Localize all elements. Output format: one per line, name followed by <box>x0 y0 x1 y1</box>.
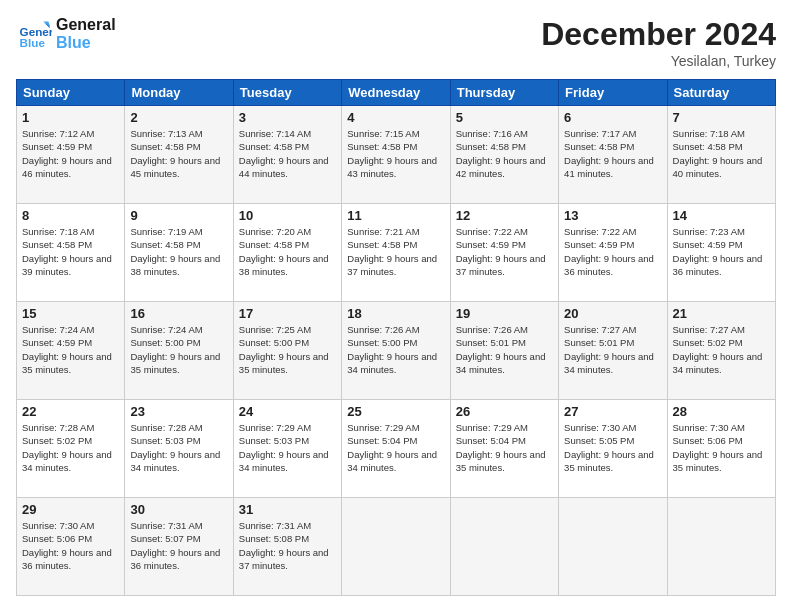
calendar-cell: 8Sunrise: 7:18 AMSunset: 4:58 PMDaylight… <box>17 204 125 302</box>
calendar-cell <box>450 498 558 596</box>
day-info: Sunrise: 7:25 AMSunset: 5:00 PMDaylight:… <box>239 324 329 375</box>
calendar-cell: 31Sunrise: 7:31 AMSunset: 5:08 PMDayligh… <box>233 498 341 596</box>
calendar-row-4: 29Sunrise: 7:30 AMSunset: 5:06 PMDayligh… <box>17 498 776 596</box>
day-number: 24 <box>239 404 336 419</box>
day-number: 5 <box>456 110 553 125</box>
day-number: 20 <box>564 306 661 321</box>
calendar-cell: 1Sunrise: 7:12 AMSunset: 4:59 PMDaylight… <box>17 106 125 204</box>
calendar-cell: 2Sunrise: 7:13 AMSunset: 4:58 PMDaylight… <box>125 106 233 204</box>
day-number: 1 <box>22 110 119 125</box>
calendar-cell: 6Sunrise: 7:17 AMSunset: 4:58 PMDaylight… <box>559 106 667 204</box>
calendar-cell: 4Sunrise: 7:15 AMSunset: 4:58 PMDaylight… <box>342 106 450 204</box>
day-info: Sunrise: 7:29 AMSunset: 5:04 PMDaylight:… <box>456 422 546 473</box>
day-number: 2 <box>130 110 227 125</box>
calendar-row-2: 15Sunrise: 7:24 AMSunset: 4:59 PMDayligh… <box>17 302 776 400</box>
day-number: 18 <box>347 306 444 321</box>
day-info: Sunrise: 7:14 AMSunset: 4:58 PMDaylight:… <box>239 128 329 179</box>
calendar-table: SundayMondayTuesdayWednesdayThursdayFrid… <box>16 79 776 596</box>
col-header-saturday: Saturday <box>667 80 775 106</box>
day-info: Sunrise: 7:28 AMSunset: 5:03 PMDaylight:… <box>130 422 220 473</box>
day-info: Sunrise: 7:27 AMSunset: 5:01 PMDaylight:… <box>564 324 654 375</box>
day-number: 16 <box>130 306 227 321</box>
day-info: Sunrise: 7:29 AMSunset: 5:03 PMDaylight:… <box>239 422 329 473</box>
day-info: Sunrise: 7:19 AMSunset: 4:58 PMDaylight:… <box>130 226 220 277</box>
day-info: Sunrise: 7:12 AMSunset: 4:59 PMDaylight:… <box>22 128 112 179</box>
day-info: Sunrise: 7:21 AMSunset: 4:58 PMDaylight:… <box>347 226 437 277</box>
logo-line2: Blue <box>56 34 116 52</box>
day-info: Sunrise: 7:29 AMSunset: 5:04 PMDaylight:… <box>347 422 437 473</box>
calendar-row-1: 8Sunrise: 7:18 AMSunset: 4:58 PMDaylight… <box>17 204 776 302</box>
day-info: Sunrise: 7:23 AMSunset: 4:59 PMDaylight:… <box>673 226 763 277</box>
calendar-cell: 13Sunrise: 7:22 AMSunset: 4:59 PMDayligh… <box>559 204 667 302</box>
calendar-cell: 15Sunrise: 7:24 AMSunset: 4:59 PMDayligh… <box>17 302 125 400</box>
day-info: Sunrise: 7:18 AMSunset: 4:58 PMDaylight:… <box>673 128 763 179</box>
calendar-cell: 27Sunrise: 7:30 AMSunset: 5:05 PMDayligh… <box>559 400 667 498</box>
col-header-thursday: Thursday <box>450 80 558 106</box>
calendar-cell: 16Sunrise: 7:24 AMSunset: 5:00 PMDayligh… <box>125 302 233 400</box>
day-info: Sunrise: 7:30 AMSunset: 5:05 PMDaylight:… <box>564 422 654 473</box>
calendar-cell: 29Sunrise: 7:30 AMSunset: 5:06 PMDayligh… <box>17 498 125 596</box>
calendar-cell: 22Sunrise: 7:28 AMSunset: 5:02 PMDayligh… <box>17 400 125 498</box>
day-number: 8 <box>22 208 119 223</box>
col-header-tuesday: Tuesday <box>233 80 341 106</box>
day-number: 22 <box>22 404 119 419</box>
day-number: 28 <box>673 404 770 419</box>
calendar-cell: 23Sunrise: 7:28 AMSunset: 5:03 PMDayligh… <box>125 400 233 498</box>
calendar-body: 1Sunrise: 7:12 AMSunset: 4:59 PMDaylight… <box>17 106 776 596</box>
logo: General Blue General Blue <box>16 16 116 52</box>
logo-line1: General <box>56 16 116 34</box>
day-number: 27 <box>564 404 661 419</box>
logo-icon: General Blue <box>16 16 52 52</box>
calendar-cell: 12Sunrise: 7:22 AMSunset: 4:59 PMDayligh… <box>450 204 558 302</box>
calendar-cell: 26Sunrise: 7:29 AMSunset: 5:04 PMDayligh… <box>450 400 558 498</box>
calendar-cell: 10Sunrise: 7:20 AMSunset: 4:58 PMDayligh… <box>233 204 341 302</box>
day-number: 10 <box>239 208 336 223</box>
calendar-cell: 18Sunrise: 7:26 AMSunset: 5:00 PMDayligh… <box>342 302 450 400</box>
day-number: 6 <box>564 110 661 125</box>
day-info: Sunrise: 7:31 AMSunset: 5:07 PMDaylight:… <box>130 520 220 571</box>
day-info: Sunrise: 7:16 AMSunset: 4:58 PMDaylight:… <box>456 128 546 179</box>
day-number: 11 <box>347 208 444 223</box>
day-number: 25 <box>347 404 444 419</box>
day-info: Sunrise: 7:30 AMSunset: 5:06 PMDaylight:… <box>22 520 112 571</box>
col-header-wednesday: Wednesday <box>342 80 450 106</box>
day-number: 29 <box>22 502 119 517</box>
calendar-cell: 21Sunrise: 7:27 AMSunset: 5:02 PMDayligh… <box>667 302 775 400</box>
calendar-cell: 30Sunrise: 7:31 AMSunset: 5:07 PMDayligh… <box>125 498 233 596</box>
day-number: 19 <box>456 306 553 321</box>
calendar-cell: 25Sunrise: 7:29 AMSunset: 5:04 PMDayligh… <box>342 400 450 498</box>
calendar-cell: 17Sunrise: 7:25 AMSunset: 5:00 PMDayligh… <box>233 302 341 400</box>
col-header-monday: Monday <box>125 80 233 106</box>
day-info: Sunrise: 7:22 AMSunset: 4:59 PMDaylight:… <box>564 226 654 277</box>
calendar-cell <box>667 498 775 596</box>
calendar-cell: 3Sunrise: 7:14 AMSunset: 4:58 PMDaylight… <box>233 106 341 204</box>
day-number: 23 <box>130 404 227 419</box>
day-info: Sunrise: 7:24 AMSunset: 4:59 PMDaylight:… <box>22 324 112 375</box>
day-number: 4 <box>347 110 444 125</box>
day-info: Sunrise: 7:15 AMSunset: 4:58 PMDaylight:… <box>347 128 437 179</box>
month-title: December 2024 <box>541 16 776 53</box>
calendar-cell: 11Sunrise: 7:21 AMSunset: 4:58 PMDayligh… <box>342 204 450 302</box>
day-number: 7 <box>673 110 770 125</box>
day-info: Sunrise: 7:24 AMSunset: 5:00 PMDaylight:… <box>130 324 220 375</box>
calendar-cell <box>342 498 450 596</box>
day-info: Sunrise: 7:28 AMSunset: 5:02 PMDaylight:… <box>22 422 112 473</box>
day-number: 14 <box>673 208 770 223</box>
calendar-cell <box>559 498 667 596</box>
location: Yesilalan, Turkey <box>541 53 776 69</box>
calendar-cell: 24Sunrise: 7:29 AMSunset: 5:03 PMDayligh… <box>233 400 341 498</box>
day-info: Sunrise: 7:26 AMSunset: 5:00 PMDaylight:… <box>347 324 437 375</box>
col-header-friday: Friday <box>559 80 667 106</box>
calendar-row-3: 22Sunrise: 7:28 AMSunset: 5:02 PMDayligh… <box>17 400 776 498</box>
day-number: 31 <box>239 502 336 517</box>
calendar-cell: 28Sunrise: 7:30 AMSunset: 5:06 PMDayligh… <box>667 400 775 498</box>
calendar-cell: 5Sunrise: 7:16 AMSunset: 4:58 PMDaylight… <box>450 106 558 204</box>
calendar-cell: 9Sunrise: 7:19 AMSunset: 4:58 PMDaylight… <box>125 204 233 302</box>
svg-text:Blue: Blue <box>20 36 46 49</box>
day-number: 17 <box>239 306 336 321</box>
calendar-row-0: 1Sunrise: 7:12 AMSunset: 4:59 PMDaylight… <box>17 106 776 204</box>
day-number: 12 <box>456 208 553 223</box>
day-info: Sunrise: 7:18 AMSunset: 4:58 PMDaylight:… <box>22 226 112 277</box>
header: General Blue General Blue December 2024 … <box>16 16 776 69</box>
day-info: Sunrise: 7:26 AMSunset: 5:01 PMDaylight:… <box>456 324 546 375</box>
